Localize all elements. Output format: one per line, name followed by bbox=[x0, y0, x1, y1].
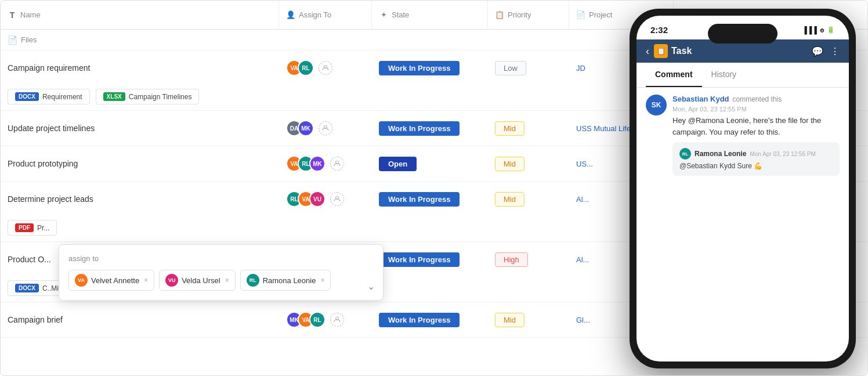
avatar-group-6: MK VA RL bbox=[286, 312, 326, 328]
phone-time: 2:32 bbox=[650, 25, 668, 35]
file-type-badge: PDF bbox=[15, 223, 34, 232]
state-badge-2[interactable]: Work In Progress bbox=[379, 121, 460, 136]
remove-assignee-ramona[interactable]: × bbox=[320, 276, 324, 284]
add-assignee-button-6[interactable] bbox=[330, 313, 344, 327]
wifi-icon: ⌾ bbox=[820, 26, 824, 34]
assign-dropdown-label: assign to bbox=[68, 254, 374, 263]
task-name-1[interactable]: Campaign requirement bbox=[1, 63, 279, 73]
task-priority-1[interactable]: Low bbox=[488, 61, 569, 75]
assign-to-dropdown: assign to VA Velvet Annette × VU Velda U… bbox=[59, 244, 384, 301]
dropdown-chevron[interactable]: ⌄ bbox=[367, 281, 375, 292]
avatar: RL bbox=[298, 60, 314, 76]
reply-header: RL Ramona Leonie Mon Apr 03, 23 12:56 PM bbox=[679, 148, 833, 160]
file-tag[interactable]: PDF Pr... bbox=[8, 220, 57, 236]
priority-badge-1[interactable]: Low bbox=[495, 61, 526, 75]
assignee-name: Velda Ursel bbox=[182, 276, 220, 285]
remove-assignee-velda[interactable]: × bbox=[225, 276, 229, 284]
task-assign-2[interactable]: DA MK bbox=[279, 120, 372, 136]
task-name-2[interactable]: Update project timelines bbox=[1, 124, 279, 133]
col-state-label: State bbox=[392, 10, 409, 19]
chat-icon[interactable]: 💬 bbox=[812, 46, 823, 57]
task-assign-1[interactable]: VA RL bbox=[279, 60, 372, 76]
add-assignee-button-3[interactable] bbox=[330, 157, 344, 171]
priority-badge-4[interactable]: Mid bbox=[495, 192, 525, 207]
task-priority-3[interactable]: Mid bbox=[488, 157, 569, 171]
task-priority-6[interactable]: Mid bbox=[488, 313, 569, 327]
col-header-priority[interactable]: 📋 Priority bbox=[488, 1, 569, 30]
comment-author: Sebastian Kydd bbox=[672, 95, 729, 103]
assignee-tag-velvet[interactable]: VA Velvet Annette × bbox=[68, 270, 154, 291]
remove-assignee-velvet[interactable]: × bbox=[144, 276, 148, 284]
task-state-6[interactable]: Work In Progress bbox=[372, 313, 488, 327]
main-table: T Name 👤 Assign To ✦ State 📋 Priority 📄 … bbox=[0, 0, 868, 376]
priority-badge-2[interactable]: Mid bbox=[495, 121, 525, 136]
more-icon[interactable]: ⋮ bbox=[830, 46, 840, 57]
assignee-name: Velvet Annette bbox=[91, 276, 139, 285]
col-name-label: Name bbox=[20, 10, 41, 19]
task-state-2[interactable]: Work In Progress bbox=[372, 121, 488, 136]
task-state-4[interactable]: Work In Progress bbox=[372, 192, 488, 207]
avatar: VU bbox=[309, 191, 326, 207]
file-tag[interactable]: DOCX Requirement bbox=[8, 89, 90, 104]
task-state-1[interactable]: Work In Progress bbox=[372, 61, 488, 75]
reply-avatar: RL bbox=[679, 148, 691, 160]
file-type-badge: DOCX bbox=[15, 284, 39, 292]
phone-app-name: Task bbox=[671, 46, 692, 56]
back-icon[interactable]: ‹ bbox=[646, 45, 649, 57]
task-assign-4[interactable]: RL VA VU bbox=[279, 191, 372, 207]
task-name-4[interactable]: Determine project leads bbox=[1, 194, 279, 204]
phone-nav-right: 💬 ⋮ bbox=[812, 46, 840, 57]
state-badge-5[interactable]: Work In Progress bbox=[379, 252, 460, 267]
col-header-name[interactable]: T Name bbox=[1, 1, 279, 30]
phone-nav-title: 📋 Task bbox=[654, 44, 692, 58]
task-name-3[interactable]: Product prototyping bbox=[1, 159, 279, 168]
task-assign-6[interactable]: MK VA RL bbox=[279, 312, 372, 328]
files-icon: 📄 bbox=[8, 35, 17, 45]
comment-text: Hey @Ramona Leonie, here's the file for … bbox=[672, 115, 840, 138]
priority-badge-5[interactable]: High bbox=[495, 252, 528, 267]
priority-badge-3[interactable]: Mid bbox=[495, 157, 525, 171]
file-tag[interactable]: XLSX Campaign Timelines bbox=[96, 89, 200, 104]
assignee-tag-velda[interactable]: VU Velda Ursel × bbox=[159, 270, 236, 291]
col-header-state[interactable]: ✦ State bbox=[372, 1, 488, 30]
file-type-badge: XLSX bbox=[103, 92, 125, 101]
tab-history[interactable]: History bbox=[702, 63, 746, 87]
col-header-assign[interactable]: 👤 Assign To bbox=[279, 1, 372, 30]
state-badge-1[interactable]: Work In Progress bbox=[379, 61, 460, 75]
add-assignee-button-4[interactable] bbox=[330, 192, 344, 206]
add-assignee-button-2[interactable] bbox=[319, 121, 332, 135]
task-state-3[interactable]: Open bbox=[372, 157, 488, 171]
comment-avatar: SK bbox=[646, 95, 667, 115]
phone-screen: 2:32 ▐▐▐ ⌾ 🔋 ‹ 📋 Task bbox=[636, 16, 849, 361]
task-assign-3[interactable]: VA RL MK bbox=[279, 156, 372, 172]
task-name-6[interactable]: Campaign brief bbox=[1, 315, 279, 324]
task-priority-5[interactable]: High bbox=[488, 252, 569, 267]
col-assign-label: Assign To bbox=[299, 10, 331, 19]
task-state-5[interactable]: Work In Progress bbox=[372, 252, 488, 267]
reply-bubble: RL Ramona Leonie Mon Apr 03, 23 12:56 PM… bbox=[672, 142, 840, 176]
avatar-group-1: VA RL bbox=[286, 60, 314, 76]
phone-frame: 2:32 ▐▐▐ ⌾ 🔋 ‹ 📋 Task bbox=[630, 9, 856, 368]
state-badge-3[interactable]: Open bbox=[379, 157, 417, 171]
avatar: MK bbox=[298, 120, 314, 136]
state-badge-6[interactable]: Work In Progress bbox=[379, 313, 460, 327]
tag-avatar: VA bbox=[75, 274, 88, 287]
comment-header: Sebastian Kydd commented this bbox=[672, 95, 840, 103]
phone-tabs: Comment History bbox=[636, 63, 849, 88]
task-priority-4[interactable]: Mid bbox=[488, 192, 569, 207]
comment-body: Sebastian Kydd commented this Mon, Apr 0… bbox=[672, 95, 840, 176]
priority-badge-6[interactable]: Mid bbox=[495, 313, 525, 327]
status-icons: ▐▐▐ ⌾ 🔋 bbox=[802, 26, 835, 34]
avatar: RL bbox=[309, 312, 326, 328]
add-assignee-button-1[interactable] bbox=[319, 61, 332, 75]
assignee-tag-ramona[interactable]: RL Ramona Leonie × bbox=[240, 270, 331, 291]
comment-time: Mon, Apr 03, 23 12:55 PM bbox=[672, 106, 840, 113]
project-icon: 📄 bbox=[576, 10, 585, 20]
state-badge-4[interactable]: Work In Progress bbox=[379, 192, 460, 207]
priority-icon: 📋 bbox=[495, 10, 504, 20]
user-icon: 👤 bbox=[286, 10, 295, 20]
task-app-icon: 📋 bbox=[654, 44, 668, 58]
phone-overlay: 2:32 ▐▐▐ ⌾ 🔋 ‹ 📋 Task bbox=[618, 1, 867, 376]
tab-comment[interactable]: Comment bbox=[646, 63, 702, 87]
task-priority-2[interactable]: Mid bbox=[488, 121, 569, 136]
